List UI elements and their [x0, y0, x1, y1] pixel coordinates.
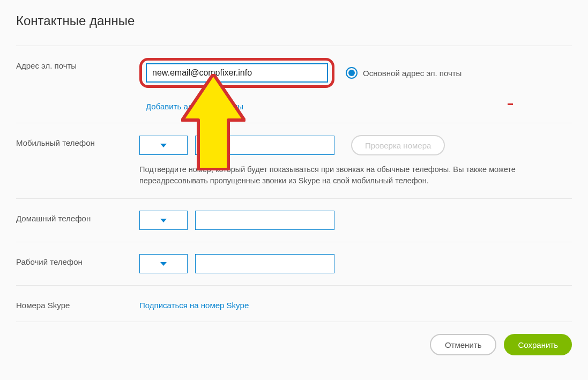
radio-icon [346, 67, 358, 79]
subscribe-skype-number-link[interactable]: Подписаться на номер Skype [139, 297, 572, 310]
home-phone-row: Домашний телефон [16, 198, 572, 242]
email-input[interactable] [146, 63, 328, 83]
work-phone-label: Рабочий телефон [16, 254, 139, 266]
skype-numbers-row: Номера Skype Подписаться на номер Skype [16, 285, 572, 322]
chevron-down-icon [160, 262, 167, 266]
add-email-link[interactable]: Добавить адрес эл. почты [139, 90, 572, 111]
primary-email-label: Основной адрес эл. почты [363, 69, 462, 78]
cancel-button[interactable]: Отменить [430, 334, 497, 355]
form-buttons: Отменить Сохранить [16, 322, 572, 355]
email-row: Адрес эл. почты Основной адрес эл. почты… [16, 46, 572, 123]
chevron-down-icon [160, 219, 167, 222]
home-phone-label: Домашний телефон [16, 211, 139, 223]
primary-email-radio[interactable]: Основной адрес эл. почты [346, 67, 462, 79]
work-number-input[interactable] [195, 254, 334, 273]
annotation-mark [508, 103, 513, 105]
skype-numbers-label: Номера Skype [16, 297, 139, 310]
mobile-label: Мобильный телефон [16, 135, 139, 147]
mobile-country-select[interactable] [139, 136, 188, 155]
verify-number-button[interactable]: Проверка номера [351, 135, 445, 155]
mobile-hint: Подтвердите номер, который будет показыв… [139, 164, 563, 187]
work-country-select[interactable] [139, 254, 188, 273]
home-country-select[interactable] [139, 211, 188, 230]
mobile-number-input[interactable] [195, 136, 334, 155]
chevron-down-icon [160, 144, 167, 147]
home-number-input[interactable] [195, 211, 334, 230]
page-title: Контактные данные [16, 13, 572, 28]
work-phone-row: Рабочий телефон [16, 242, 572, 285]
email-label: Адрес эл. почты [16, 58, 139, 70]
email-highlight [139, 58, 334, 88]
mobile-row: Мобильный телефон Проверка номера Подтве… [16, 123, 572, 198]
save-button[interactable]: Сохранить [504, 334, 572, 355]
